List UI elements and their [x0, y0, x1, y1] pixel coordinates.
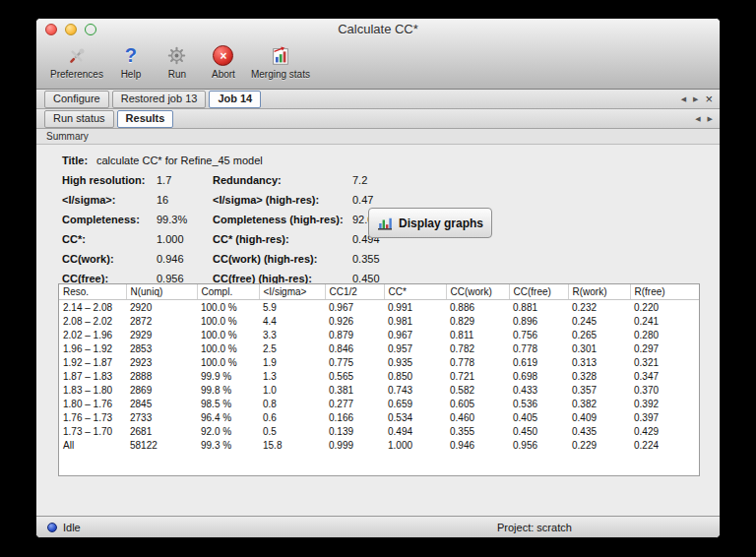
table-cell: 0.565: [325, 369, 384, 383]
table-cell: 1.80 – 1.76: [59, 397, 126, 410]
table-row[interactable]: 2.02 – 1.962929100.0 %3.30.8790.9670.811…: [59, 328, 699, 341]
table-cell: 1.000: [384, 438, 446, 452]
tab-scroll-left-icon[interactable]: ◀: [681, 95, 686, 102]
table-cell: 0.370: [630, 383, 699, 397]
tab-results[interactable]: Results: [117, 110, 174, 128]
table-cell: 1.92 – 1.87: [59, 355, 126, 369]
table-row[interactable]: 1.80 – 1.76284598.5 %0.80.2770.6590.6050…: [59, 397, 699, 410]
table-cell: 0.946: [446, 438, 509, 452]
summary-value: 0.355: [352, 253, 380, 265]
table-cell: 0.8: [259, 397, 325, 410]
table-cell: 2888: [126, 369, 197, 383]
column-header[interactable]: CC1/2: [325, 284, 384, 300]
merging-stats-button[interactable]: Merging stats: [251, 42, 310, 80]
table-cell: 1.87 – 1.83: [59, 369, 126, 383]
help-icon: ?: [125, 42, 137, 69]
table-cell: 0.328: [568, 369, 630, 383]
tab-job-14[interactable]: Job 14: [209, 91, 261, 108]
table-row[interactable]: 2.14 – 2.082920100.0 %5.90.9670.9910.886…: [59, 300, 699, 315]
table-cell: 0.886: [446, 300, 509, 315]
column-header[interactable]: CC*: [384, 284, 446, 300]
results-panel: Title: calculate CC* for Refine_45 model…: [36, 145, 720, 521]
table-cell: 0.494: [384, 424, 446, 438]
table-cell: 0.433: [509, 383, 568, 397]
desktop: Calculate CC* Preferences ?: [0, 0, 756, 557]
table-cell: 0.429: [630, 424, 699, 438]
table-cell: 96.4 %: [197, 410, 259, 424]
table-cell: 0.850: [384, 369, 446, 383]
tab-restored-job-13[interactable]: Restored job 13: [112, 91, 207, 108]
run-button[interactable]: Run: [158, 42, 196, 80]
table-row[interactable]: 1.76 – 1.73273396.4 %0.60.1660.5340.4600…: [59, 410, 699, 424]
table-cell: 0.229: [568, 438, 630, 452]
table-cell: 2.14 – 2.08: [59, 300, 126, 315]
table-cell: 0.721: [446, 369, 509, 383]
summary-section-bar: Summary: [36, 129, 720, 145]
tab-configure[interactable]: Configure: [44, 91, 109, 108]
table-cell: 0.743: [384, 383, 446, 397]
table-row[interactable]: 2.08 – 2.022872100.0 %4.40.9260.9810.829…: [59, 314, 699, 328]
table-cell: 0.582: [446, 383, 509, 397]
window-chrome: Calculate CC* Preferences ?: [36, 19, 720, 90]
abort-icon: [213, 42, 233, 69]
preferences-button[interactable]: Preferences: [50, 42, 103, 80]
table-cell: 0.605: [446, 397, 509, 410]
display-graphs-button[interactable]: Display graphs: [368, 208, 492, 238]
summary-label: Redundancy:: [213, 174, 352, 186]
table-row[interactable]: All5812299.3 %15.80.9991.0000.9460.9560.…: [59, 438, 699, 452]
table-cell: 1.83 – 1.80: [59, 383, 126, 397]
table-cell: 0.297: [630, 341, 699, 355]
status-bar: Idle Project: scratch: [36, 516, 720, 537]
minimize-window-button[interactable]: [65, 24, 77, 35]
table-cell: 0.301: [568, 341, 630, 355]
help-button[interactable]: ? Help: [112, 42, 150, 80]
table-cell: 0.991: [384, 300, 446, 315]
column-header[interactable]: CC(free): [509, 284, 568, 300]
zoom-window-button[interactable]: [85, 24, 96, 35]
table-row[interactable]: 1.92 – 1.872923100.0 %1.90.7750.9350.778…: [59, 355, 699, 369]
table-cell: 0.879: [325, 328, 384, 341]
summary-row: High resolution:1.7Redundancy:7.2: [62, 170, 698, 190]
table-cell: 2.5: [259, 341, 325, 355]
table-cell: 1.76 – 1.73: [59, 410, 126, 424]
table-cell: 0.659: [384, 397, 446, 410]
project-label: Project: scratch: [497, 522, 572, 533]
column-header[interactable]: N(uniq): [126, 284, 197, 300]
table-row[interactable]: 1.96 – 1.922853100.0 %2.50.8460.9570.782…: [59, 341, 699, 355]
table-cell: 0.241: [630, 314, 699, 328]
table-cell: 0.245: [568, 314, 630, 328]
table-cell: 0.381: [325, 383, 384, 397]
tab-scroll-left-icon[interactable]: ◀: [695, 115, 700, 122]
table-cell: 0.846: [325, 341, 384, 355]
table-cell: 1.73 – 1.70: [59, 424, 126, 438]
table-cell: 2920: [126, 300, 197, 315]
toolbar-label: Run: [168, 69, 186, 80]
table-row[interactable]: 1.83 – 1.80286999.8 %1.00.3810.7430.5820…: [59, 383, 699, 397]
column-header[interactable]: Reso.: [59, 284, 126, 300]
results-table-container[interactable]: Reso.N(uniq)Compl.<I/sigma>CC1/2CC*CC(wo…: [58, 283, 700, 476]
summary-label: CC(work):: [62, 253, 157, 265]
summary-value: 0.47: [352, 194, 373, 206]
status-text: Idle: [63, 522, 81, 533]
summary-value: 1.7: [157, 174, 213, 186]
tab-scroll-right-icon[interactable]: ▶: [693, 95, 698, 102]
tab-scroll-right-icon[interactable]: ▶: [708, 115, 713, 122]
abort-button[interactable]: Abort: [205, 42, 242, 80]
table-cell: 98.5 %: [197, 397, 259, 410]
summary-row: <I/sigma>:16<I/sigma> (high-res):0.47: [62, 190, 698, 210]
tab-run-status[interactable]: Run status: [44, 110, 114, 128]
tab-close-icon[interactable]: ×: [705, 93, 713, 105]
close-window-button[interactable]: [45, 24, 57, 35]
column-header[interactable]: CC(work): [446, 284, 509, 300]
column-header[interactable]: <I/sigma>: [259, 284, 325, 300]
results-table-body: 2.14 – 2.082920100.0 %5.90.9670.9910.886…: [59, 300, 699, 453]
table-cell: 58122: [126, 438, 197, 452]
column-header[interactable]: Compl.: [197, 284, 259, 300]
table-cell: 0.220: [630, 300, 699, 315]
table-row[interactable]: 1.73 – 1.70268192.0 %0.50.1390.4940.3550…: [59, 424, 699, 438]
column-header[interactable]: R(free): [630, 284, 699, 300]
column-header[interactable]: R(work): [568, 284, 630, 300]
table-row[interactable]: 1.87 – 1.83288899.9 %1.30.5650.8500.7210…: [59, 369, 699, 383]
title-bar[interactable]: Calculate CC*: [36, 19, 720, 40]
table-cell: 0.981: [384, 314, 446, 328]
